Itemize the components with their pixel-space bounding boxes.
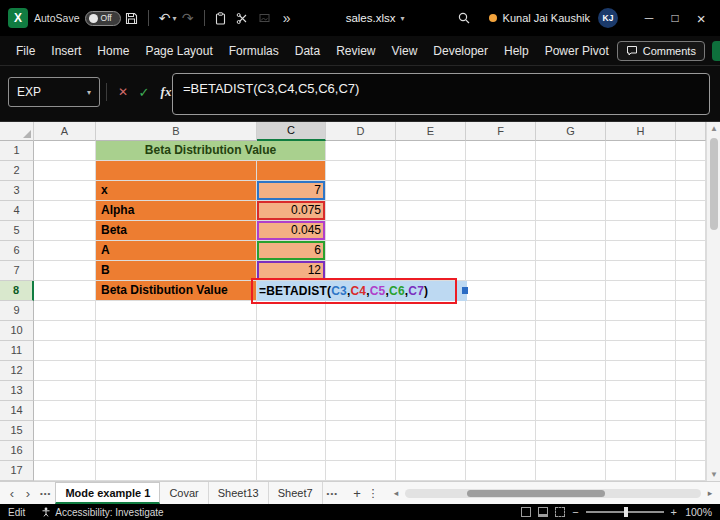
row-header-15[interactable]: 15 — [0, 421, 34, 441]
label-cell[interactable]: x — [96, 181, 257, 201]
ribbon-tab-home[interactable]: Home — [89, 36, 137, 66]
cell[interactable] — [466, 421, 536, 441]
result-label-cell[interactable]: Beta Distibution Value — [96, 281, 257, 301]
zoom-slider[interactable] — [586, 511, 664, 513]
cell[interactable] — [326, 181, 396, 201]
cell[interactable] — [396, 341, 466, 361]
cell[interactable] — [536, 141, 606, 161]
page-break-view-icon[interactable] — [555, 507, 565, 517]
cell[interactable] — [466, 461, 536, 481]
cell[interactable] — [676, 141, 706, 161]
cell[interactable] — [676, 221, 706, 241]
row-header-13[interactable]: 13 — [0, 381, 34, 401]
zoom-level[interactable]: 100% — [684, 506, 712, 518]
column-header-B[interactable]: B — [96, 122, 257, 141]
cell[interactable] — [34, 401, 96, 421]
cell[interactable] — [34, 141, 96, 161]
cell[interactable] — [396, 401, 466, 421]
excel-app-icon[interactable]: X — [8, 8, 28, 28]
value-cell[interactable]: 0.075 — [257, 201, 326, 221]
value-cell[interactable]: 0.045 — [257, 221, 326, 241]
ribbon-tab-file[interactable]: File — [8, 36, 43, 66]
cell[interactable] — [676, 261, 706, 281]
cell[interactable] — [606, 341, 676, 361]
cell[interactable] — [396, 381, 466, 401]
cell[interactable] — [257, 161, 326, 181]
sheet-tab-sheet7[interactable]: Sheet7 — [269, 482, 323, 504]
chevron-down-icon[interactable]: ▾ — [87, 88, 91, 97]
cell[interactable] — [326, 301, 396, 321]
row-header-7[interactable]: 7 — [0, 261, 34, 281]
cell[interactable] — [466, 141, 536, 161]
cell[interactable] — [326, 161, 396, 181]
cell[interactable] — [326, 201, 396, 221]
sheet-list-more-icon[interactable]: ••• — [327, 489, 338, 498]
cell[interactable] — [326, 221, 396, 241]
scroll-up-icon[interactable]: ▲ — [707, 122, 720, 135]
cell[interactable] — [536, 441, 606, 461]
cell[interactable] — [34, 281, 96, 301]
cell[interactable] — [676, 441, 706, 461]
sheet-tab-sheet13[interactable]: Sheet13 — [209, 482, 269, 504]
cell[interactable] — [34, 341, 96, 361]
cell[interactable] — [34, 461, 96, 481]
vertical-scrollbar[interactable]: ▲ ▼ — [706, 122, 720, 481]
ribbon-tab-insert[interactable]: Insert — [43, 36, 89, 66]
cell[interactable] — [466, 361, 536, 381]
cell[interactable] — [606, 201, 676, 221]
cell[interactable] — [326, 361, 396, 381]
zoom-out-button[interactable]: − — [572, 506, 578, 518]
cell[interactable] — [466, 341, 536, 361]
cell[interactable] — [96, 341, 257, 361]
ribbon-tab-page-layout[interactable]: Page Layout — [137, 36, 220, 66]
cell[interactable] — [326, 441, 396, 461]
zoom-in-button[interactable]: + — [671, 506, 677, 518]
cut-scissors-icon[interactable] — [232, 6, 254, 30]
cell[interactable] — [606, 221, 676, 241]
cell[interactable] — [466, 181, 536, 201]
cell[interactable] — [326, 381, 396, 401]
scroll-left-icon[interactable]: ◂ — [390, 488, 402, 498]
save-button[interactable] — [121, 6, 143, 30]
cell[interactable] — [96, 161, 257, 181]
cell[interactable] — [34, 241, 96, 261]
cell[interactable] — [466, 241, 536, 261]
ribbon-tab-view[interactable]: View — [384, 36, 426, 66]
cell[interactable] — [606, 181, 676, 201]
cell[interactable] — [326, 241, 396, 261]
clipboard-icon[interactable] — [210, 6, 232, 30]
cancel-button[interactable]: ✕ — [114, 85, 132, 99]
ribbon-tab-data[interactable]: Data — [287, 36, 328, 66]
vertical-scrollbar-thumb[interactable] — [710, 138, 718, 230]
cell[interactable] — [396, 161, 466, 181]
cell[interactable] — [676, 461, 706, 481]
cell[interactable] — [606, 261, 676, 281]
row-header-12[interactable]: 12 — [0, 361, 34, 381]
cell[interactable] — [34, 261, 96, 281]
ribbon-tab-formulas[interactable]: Formulas — [221, 36, 287, 66]
close-button[interactable]: × — [688, 5, 714, 31]
cell[interactable] — [606, 421, 676, 441]
row-header-14[interactable]: 14 — [0, 401, 34, 421]
title-cell[interactable]: Beta Distribution Value — [96, 141, 326, 161]
cell[interactable] — [257, 361, 326, 381]
cell-mode-indicator[interactable]: Edit — [8, 507, 25, 518]
cell[interactable] — [676, 401, 706, 421]
sheet-list-more-icon[interactable]: ••• — [40, 489, 51, 498]
cell[interactable] — [257, 301, 326, 321]
sheet-tab-covar[interactable]: Covar — [160, 482, 208, 504]
cell[interactable] — [34, 181, 96, 201]
sheet-nav-right-icon[interactable]: › — [20, 486, 36, 501]
cell[interactable] — [676, 241, 706, 261]
enter-button[interactable]: ✓ — [135, 85, 153, 100]
cell[interactable] — [396, 141, 466, 161]
cell[interactable] — [326, 461, 396, 481]
cell[interactable] — [96, 441, 257, 461]
cell[interactable] — [34, 421, 96, 441]
cell[interactable] — [396, 321, 466, 341]
cell[interactable] — [34, 301, 96, 321]
label-cell[interactable]: Alpha — [96, 201, 257, 221]
row-header-16[interactable]: 16 — [0, 441, 34, 461]
row-header-4[interactable]: 4 — [0, 201, 34, 221]
cell[interactable] — [536, 261, 606, 281]
